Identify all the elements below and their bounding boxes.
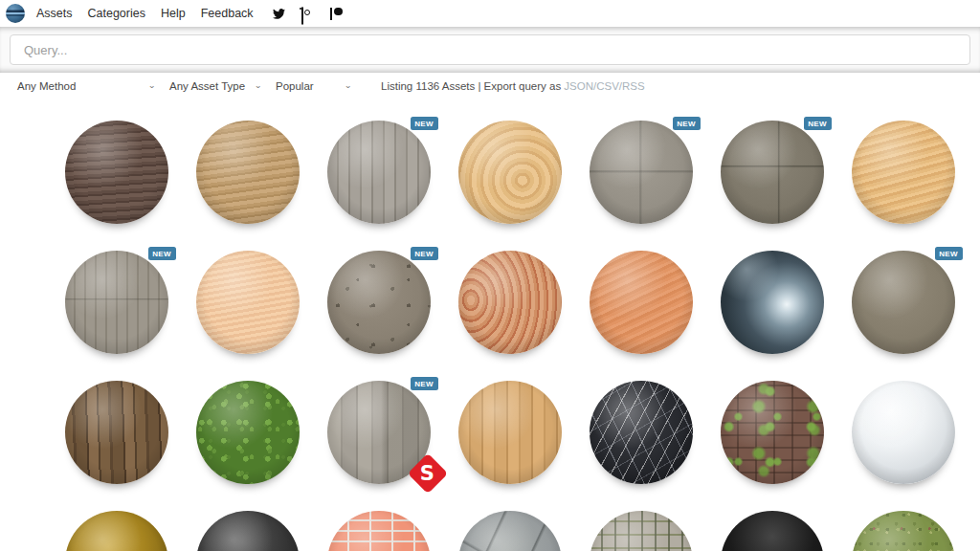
asset-sphere[interactable]	[458, 251, 562, 354]
asset-thumbnail[interactable]	[65, 511, 168, 551]
top-navigation: Assets Categories Help Feedback	[0, 0, 980, 27]
asset-cell	[444, 121, 575, 251]
twitter-icon[interactable]	[273, 8, 285, 20]
asset-cell: NEWS	[313, 381, 444, 511]
asset-sphere[interactable]	[327, 121, 431, 224]
asset-cell	[837, 381, 969, 511]
patreon-icon[interactable]	[330, 8, 343, 20]
filter-bar: Any Method ⌄ Any Asset Type ⌄ Popular ⌄ …	[0, 73, 980, 99]
asset-sphere[interactable]	[458, 121, 562, 224]
asset-thumbnail[interactable]	[721, 381, 824, 484]
asset-sphere[interactable]	[852, 511, 955, 551]
asset-sphere[interactable]	[721, 251, 824, 354]
asset-cell: NEW	[706, 121, 837, 251]
instagram-icon[interactable]	[301, 8, 314, 20]
new-badge: NEW	[411, 377, 438, 390]
nav-item-assets[interactable]: Assets	[36, 7, 73, 20]
asset-thumbnail[interactable]: NEW	[721, 121, 824, 224]
asset-thumbnail[interactable]	[327, 511, 431, 551]
nav-item-feedback[interactable]: Feedback	[201, 7, 254, 20]
asset-sphere[interactable]	[590, 121, 693, 224]
asset-sphere[interactable]	[590, 381, 693, 484]
asset-sphere[interactable]	[65, 251, 168, 354]
asset-sphere[interactable]	[65, 381, 168, 484]
asset-thumbnail[interactable]	[458, 251, 562, 354]
search-bar-section	[0, 27, 980, 73]
asset-sphere[interactable]	[721, 511, 824, 551]
asset-thumbnail[interactable]	[196, 511, 300, 551]
asset-thumbnail[interactable]	[458, 381, 562, 484]
asset-thumbnail[interactable]: NEW	[65, 251, 168, 354]
nav-item-categories[interactable]: Categories	[88, 7, 145, 20]
listing-status: Listing 1136 Assets | Export query as JS…	[381, 80, 645, 92]
asset-sphere[interactable]	[852, 381, 955, 484]
asset-sphere[interactable]	[65, 121, 168, 224]
asset-thumbnail[interactable]	[196, 251, 300, 354]
asset-cell	[51, 381, 182, 511]
asset-thumbnail[interactable]	[458, 121, 562, 224]
asset-cell	[837, 511, 969, 551]
asset-sphere[interactable]	[458, 381, 562, 484]
sort-filter-select[interactable]: Popular ⌄	[276, 80, 352, 92]
sort-filter-value: Popular	[276, 80, 314, 92]
method-filter-value: Any Method	[17, 80, 76, 92]
new-badge: NEW	[804, 117, 832, 130]
asset-cell	[182, 381, 313, 511]
asset-thumbnail[interactable]: NEW	[852, 251, 955, 354]
asset-cell	[182, 251, 313, 381]
export-format-links[interactable]: JSON/CSV/RSS	[564, 80, 644, 92]
asset-thumbnail[interactable]	[65, 381, 168, 484]
asset-sphere[interactable]	[852, 121, 955, 224]
asset-sphere[interactable]	[852, 251, 955, 354]
asset-cell	[575, 251, 706, 381]
chevron-down-icon: ⌄	[148, 81, 156, 90]
new-badge: NEW	[411, 247, 438, 260]
nav-links: Assets Categories Help Feedback	[36, 7, 254, 20]
asset-sphere[interactable]	[196, 251, 300, 354]
asset-sphere[interactable]	[327, 251, 431, 354]
social-links	[273, 8, 343, 20]
asset-sphere[interactable]	[65, 511, 168, 551]
asset-sphere[interactable]	[590, 511, 693, 551]
asset-cell	[706, 511, 837, 551]
asset-sphere[interactable]	[327, 511, 431, 551]
asset-type-filter-select[interactable]: Any Asset Type ⌄	[169, 80, 262, 92]
asset-thumbnail[interactable]: NEW	[590, 121, 693, 224]
asset-sphere[interactable]	[196, 511, 300, 551]
new-badge: NEW	[148, 247, 176, 260]
asset-sphere[interactable]	[721, 121, 824, 224]
asset-thumbnail[interactable]	[721, 251, 824, 354]
asset-thumbnail[interactable]	[852, 511, 955, 551]
asset-thumbnail[interactable]	[65, 121, 168, 224]
asset-thumbnail[interactable]	[721, 511, 824, 551]
asset-cell	[575, 381, 706, 511]
asset-thumbnail[interactable]	[590, 381, 693, 484]
asset-cell: NEW	[313, 121, 444, 251]
method-filter-select[interactable]: Any Method ⌄	[17, 80, 156, 92]
nav-item-help[interactable]: Help	[161, 7, 186, 20]
asset-thumbnail[interactable]	[590, 251, 693, 354]
asset-cell	[706, 381, 837, 511]
asset-thumbnail[interactable]	[196, 381, 300, 484]
asset-thumbnail[interactable]	[852, 121, 955, 224]
new-badge: NEW	[411, 117, 438, 130]
asset-thumbnail[interactable]: NEW	[327, 121, 431, 224]
asset-cell	[575, 511, 706, 551]
asset-sphere[interactable]	[196, 381, 300, 484]
asset-sphere[interactable]	[590, 251, 693, 354]
asset-thumbnail[interactable]: NEWS	[327, 381, 431, 484]
new-badge: NEW	[935, 247, 963, 260]
asset-sphere[interactable]	[721, 381, 824, 484]
asset-thumbnail[interactable]	[458, 511, 562, 551]
search-input[interactable]	[10, 34, 970, 65]
asset-cell	[444, 251, 575, 381]
site-logo-icon[interactable]	[6, 4, 25, 23]
asset-thumbnail[interactable]: NEW	[327, 251, 431, 354]
asset-cell	[444, 381, 575, 511]
asset-sphere[interactable]	[196, 121, 300, 224]
asset-sphere[interactable]	[458, 511, 562, 551]
asset-thumbnail[interactable]	[196, 121, 300, 224]
asset-thumbnail[interactable]	[590, 511, 693, 551]
new-badge: NEW	[673, 117, 701, 130]
asset-thumbnail[interactable]	[852, 381, 955, 484]
